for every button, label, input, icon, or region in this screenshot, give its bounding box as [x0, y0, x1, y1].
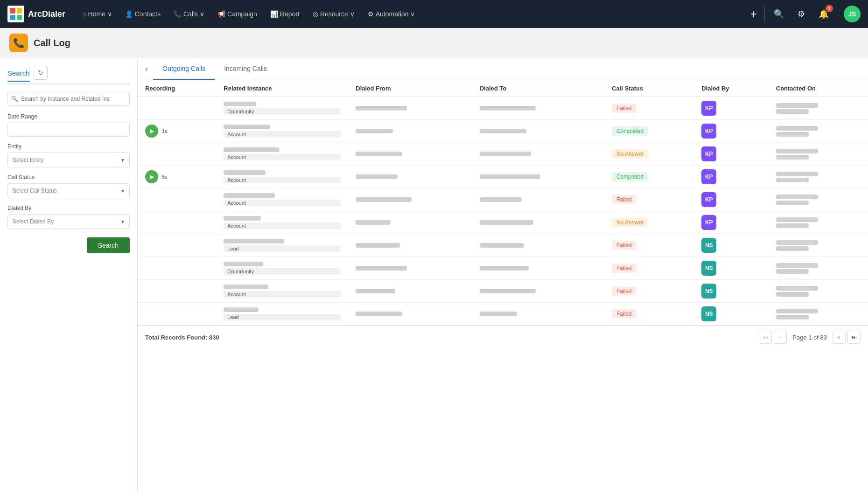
dialed-from-bar: [356, 220, 391, 225]
dialed-from-bar: [356, 152, 402, 156]
nav-item-report[interactable]: 📊 Report: [265, 7, 305, 21]
user-avatar[interactable]: JS: [844, 6, 861, 22]
play-button[interactable]: ▶: [145, 125, 158, 138]
entity-label: Entity: [7, 143, 130, 150]
dialed-to-bar: [480, 106, 536, 111]
dialed-by-select-wrap: Select Dialed By: [7, 214, 130, 229]
instance-bar-1: [224, 193, 275, 198]
nav-resource-label: Resource ∨: [320, 10, 355, 18]
dialed-by-cell: KP: [694, 166, 768, 188]
date-range-group: Date Range: [7, 113, 130, 137]
next-page-button[interactable]: ›: [833, 331, 846, 344]
nav-item-campaign[interactable]: 📢 Campaign: [212, 7, 263, 21]
dialed-from-cell: [348, 188, 472, 211]
nav-item-home[interactable]: ⌂ Home ∨: [77, 7, 118, 21]
settings-button[interactable]: ⚙: [793, 6, 810, 22]
dialed-by-select[interactable]: Select Dialed By: [7, 214, 130, 229]
date-range-input[interactable]: [7, 123, 130, 137]
nav-item-contacts[interactable]: 👤 Contacts: [119, 7, 166, 21]
contacted-bar-2: [776, 132, 809, 137]
dialed-by-avatar: KP: [701, 215, 716, 230]
last-page-button[interactable]: ⏭: [847, 331, 861, 344]
resource-icon: ◎: [313, 10, 318, 18]
instance-tag: Opportunity: [224, 268, 341, 275]
search-button-submit[interactable]: Search: [87, 237, 130, 253]
logo-dot-green: [17, 15, 22, 21]
tab-incoming-calls[interactable]: Incoming Calls: [215, 58, 276, 80]
instance-search-input[interactable]: [7, 92, 130, 106]
related-instance-cell: Account: [216, 188, 348, 211]
instance-info: Opportunity: [224, 262, 341, 275]
related-instance-cell: Account: [216, 166, 348, 188]
contacted-on-cell: [769, 257, 868, 280]
dialed-by-cell: NS: [694, 280, 768, 303]
first-page-button[interactable]: ⏮: [759, 331, 772, 344]
recording-cell: [138, 280, 216, 303]
instance-info: Lead: [224, 307, 341, 320]
content-tabs: ‹ Outgoing Calls Incoming Calls: [138, 58, 868, 80]
dialed-to-cell: [472, 257, 604, 280]
call-status-select[interactable]: Select Call Status: [7, 183, 130, 198]
col-contacted-on: Contacted On: [769, 80, 868, 97]
date-range-label: Date Range: [7, 113, 130, 120]
dialed-to-cell: [472, 143, 604, 166]
status-badge: Failed: [612, 264, 637, 273]
contacted-bar-1: [776, 286, 818, 291]
calls-icon: 📞: [174, 10, 182, 18]
contacted-bar-1: [776, 194, 818, 199]
search-tab[interactable]: Search: [7, 69, 30, 82]
play-duration: 5s: [162, 174, 168, 180]
contacted-bar-2: [776, 292, 809, 297]
dialed-to-cell: [472, 211, 604, 234]
search-icon: 🔍: [11, 96, 18, 102]
main-layout: Search ↻ 🔍 Date Range Entity Select Enti…: [0, 58, 868, 493]
dialed-to-cell: [472, 120, 604, 143]
outgoing-calls-label: Outgoing Calls: [162, 65, 205, 72]
nav-calls-label: Calls ∨: [183, 10, 204, 18]
instance-tag: Account: [224, 131, 341, 138]
call-log-table-wrap: Recording Related Instance Dialed From D…: [138, 80, 868, 326]
nav-item-calls[interactable]: 📞 Calls ∨: [168, 7, 210, 21]
page-header-icon: 📞: [9, 34, 28, 52]
campaign-icon: 📢: [217, 10, 225, 18]
dialed-from-cell: [348, 143, 472, 166]
dialed-by-cell: KP: [694, 120, 768, 143]
dialed-from-bar: [356, 106, 407, 111]
prev-page-button[interactable]: ‹: [774, 331, 787, 344]
recording-cell: [138, 211, 216, 234]
tab-outgoing-calls[interactable]: Outgoing Calls: [153, 58, 215, 80]
instance-bar-1: [224, 125, 270, 129]
search-button[interactable]: 🔍: [770, 6, 787, 22]
col-dialed-by: Dialed By: [694, 80, 768, 97]
nav-right: + 🔍 ⚙ 🔔 2 JS: [750, 6, 861, 22]
entity-select[interactable]: Select Entity: [7, 153, 130, 167]
page-header: 📞 Call Log: [0, 28, 868, 58]
contacted-bar-2: [776, 246, 809, 251]
status-badge: No Answer: [612, 218, 648, 227]
notification-button[interactable]: 🔔 2: [815, 6, 832, 22]
entity-select-wrap: Select Entity: [7, 153, 130, 167]
table-row: Account FailedKP: [138, 188, 868, 211]
dialed-by-avatar: KP: [701, 124, 716, 139]
dialed-by-cell: KP: [694, 97, 768, 120]
recording-play: ▶ 1s: [145, 125, 209, 138]
search-input-wrap: 🔍: [7, 92, 130, 106]
contacted-bar-1: [776, 263, 818, 268]
contacted-on-info: [776, 309, 861, 319]
instance-tag: Lead: [224, 314, 341, 320]
content-area: ‹ Outgoing Calls Incoming Calls Recordin…: [138, 58, 868, 493]
total-count: 830: [209, 334, 219, 341]
add-button[interactable]: +: [750, 7, 757, 21]
refresh-button[interactable]: ↻: [34, 66, 48, 80]
play-button[interactable]: ▶: [145, 170, 158, 183]
logo-dot-blue: [10, 15, 15, 21]
dialed-to-bar: [480, 152, 531, 156]
collapse-sidebar-button[interactable]: ‹: [143, 63, 149, 75]
dialed-by-avatar: NS: [701, 261, 716, 276]
dialed-from-bar: [356, 243, 400, 248]
dialed-by-avatar: KP: [701, 146, 716, 161]
call-status-cell: Failed: [604, 257, 694, 280]
nav-item-automation[interactable]: ⚙ Automation ∨: [362, 7, 421, 21]
nav-item-resource[interactable]: ◎ Resource ∨: [307, 7, 360, 21]
dialed-to-bar: [480, 266, 529, 271]
